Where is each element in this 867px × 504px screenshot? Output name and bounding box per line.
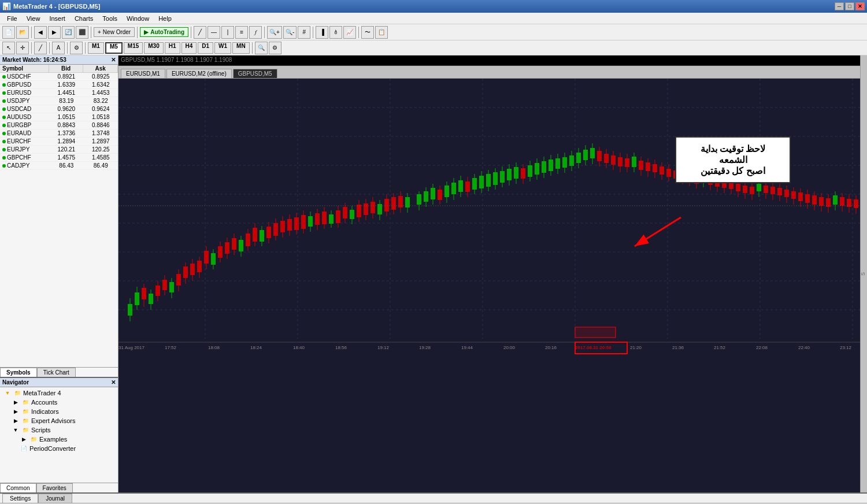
svg-rect-54 [253,228,257,242]
svg-rect-131 [521,168,525,179]
nav-close-icon[interactable]: ✕ [111,379,116,386]
period-w1[interactable]: W1 [214,42,231,54]
svg-rect-155 [604,154,609,163]
tree-item-examples[interactable]: ▶ 📁 Examples [1,435,117,444]
search-icon[interactable]: 🔍 [255,42,268,54]
svg-rect-30 [169,282,174,292]
tab-journal[interactable]: Journal [38,494,72,503]
line-btn[interactable]: ╱ [194,26,206,39]
table-row[interactable]: USDCAD0.96200.9624 [0,105,118,113]
open-btn[interactable]: 📂 [16,26,29,39]
settings-icon[interactable]: ⚙ [269,42,281,54]
menu-help[interactable]: Help [154,14,176,23]
auto-trading-btn[interactable]: ▶ AutoTrading [140,27,188,37]
svg-rect-72 [315,213,320,225]
svg-rect-50 [239,240,243,251]
chart-canvas[interactable]: 1.1530 1.1525 1.1520 1.1915 1.1910 1.190… [118,79,860,492]
svg-rect-20 [135,292,139,305]
menu-view[interactable]: View [22,14,45,23]
table-row[interactable]: GBPCHF1.45751.4585 [0,154,118,162]
chart-tab-gbpusd-m5[interactable]: GBPUSD,M5 [233,69,277,78]
period-h1[interactable]: H1 [165,42,180,54]
indicator-btn[interactable]: 〜 [361,26,374,39]
minimize-button[interactable]: ─ [835,2,844,10]
chart-tab-eurusd-m2[interactable]: EURUSD,M2 (offline) [166,69,232,78]
svg-rect-201 [764,186,768,193]
new-chart-btn[interactable]: 📄 [2,26,15,39]
svg-rect-199 [757,184,761,191]
template-btn[interactable]: 📋 [375,26,388,39]
crosshair-btn[interactable]: ✛ [16,42,29,54]
table-row[interactable]: AUDUSD1.05151.0518 [0,113,118,121]
table-row[interactable]: EURUSD1.44511.4453 [0,89,118,97]
tab-tick-chart[interactable]: Tick Chart [37,368,76,377]
mw-close-icon[interactable]: ✕ [111,57,116,63]
tree-item-indicators[interactable]: ▶ 📁 Indicators [1,407,117,416]
back-btn[interactable]: ◀ [34,26,47,39]
tree-item-accounts[interactable]: ▶ 📁 Accounts [1,398,117,407]
candle-btn[interactable]: 🕯 [329,26,342,39]
channel-btn[interactable]: ≡ [235,26,248,39]
menu-tools[interactable]: Tools [98,14,122,23]
zoom-out-btn[interactable]: 🔍- [283,26,297,39]
new-order-btn[interactable]: + New Order [94,27,135,37]
table-row[interactable]: USDCHF0.89210.8925 [0,73,118,81]
stop-btn[interactable]: ⬛ [76,26,88,39]
svg-rect-46 [225,242,229,254]
strategy-tester-panel: Settings Journal Expert Advisor: Expert … [0,492,867,504]
maximize-button[interactable]: □ [845,2,854,10]
tree-item-scripts[interactable]: ▼ 📁 Scripts [1,425,117,435]
zoom-in-btn[interactable]: 🔍+ [267,26,282,39]
period-m5[interactable]: M5 [105,42,123,54]
svg-rect-149 [583,150,588,160]
svg-rect-78 [336,210,340,223]
cursor-btn[interactable]: ↖ [2,42,15,54]
period-mn[interactable]: MN [232,42,250,54]
table-row[interactable]: EURJPY120.21120.25 [0,146,118,154]
refresh-btn[interactable]: 🔄 [62,26,75,39]
grid-btn[interactable]: # [298,26,310,39]
forward-btn[interactable]: ▶ [48,26,61,39]
svg-text:19:28: 19:28 [419,345,431,350]
prop-btn[interactable]: ⚙ [70,42,83,54]
market-watch-table: Symbol Bid Ask USDCHF0.89210.8925 GBPUSD… [0,65,118,367]
period-m1[interactable]: M1 [88,42,104,54]
svg-rect-18 [128,304,132,316]
period-m15[interactable]: M15 [124,42,143,54]
text-btn[interactable]: A [52,42,65,54]
menu-file[interactable]: File [2,14,22,23]
tree-item-expert-advisors[interactable]: ▶ 📁 Expert Advisors [1,416,117,425]
close-button[interactable]: ✕ [855,2,865,10]
period-m30[interactable]: M30 [144,42,163,54]
svg-rect-151 [590,148,595,158]
menu-insert[interactable]: Insert [45,14,70,23]
table-row[interactable]: GBPUSD1.63391.6342 [0,81,118,89]
line-chart-btn[interactable]: 📈 [343,26,356,39]
table-row[interactable]: EURAUD1.37361.3748 [0,129,118,138]
vline-btn[interactable]: | [221,26,234,39]
hline-btn[interactable]: — [208,26,220,39]
fibo-btn[interactable]: 𝑓 [249,26,262,39]
menu-window[interactable]: Window [122,14,154,23]
svg-rect-24 [149,294,153,304]
tab-favorites[interactable]: Favorites [36,483,73,492]
draw-line-btn[interactable]: ╱ [34,42,47,54]
table-row[interactable]: EURCHF1.28941.2897 [0,138,118,146]
tab-settings[interactable]: Settings [2,494,38,503]
period-h4[interactable]: H4 [181,42,197,54]
period-d1[interactable]: D1 [198,42,213,54]
tab-symbols[interactable]: Symbols [0,368,37,377]
svg-rect-76 [329,214,334,224]
tab-common[interactable]: Common [0,483,36,492]
table-row[interactable]: CADJPY86.4386.49 [0,162,118,170]
tree-item-metatrader4[interactable]: ▼ 📁 MetaTrader 4 [1,388,117,398]
table-row[interactable]: USDJPY83.1983.22 [0,97,118,105]
svg-rect-203 [770,187,775,194]
bar-chart-btn[interactable]: ▐ [316,26,328,39]
menu-charts[interactable]: Charts [70,14,98,23]
chart-tab-eurusd-m1[interactable]: EURUSD,M1 [121,69,165,78]
tree-item-period-converter[interactable]: 📄 PeriodConverter [1,444,117,453]
table-row[interactable]: EURGBP0.88430.8846 [0,121,118,129]
svg-rect-64 [287,219,292,231]
svg-rect-211 [798,192,803,201]
